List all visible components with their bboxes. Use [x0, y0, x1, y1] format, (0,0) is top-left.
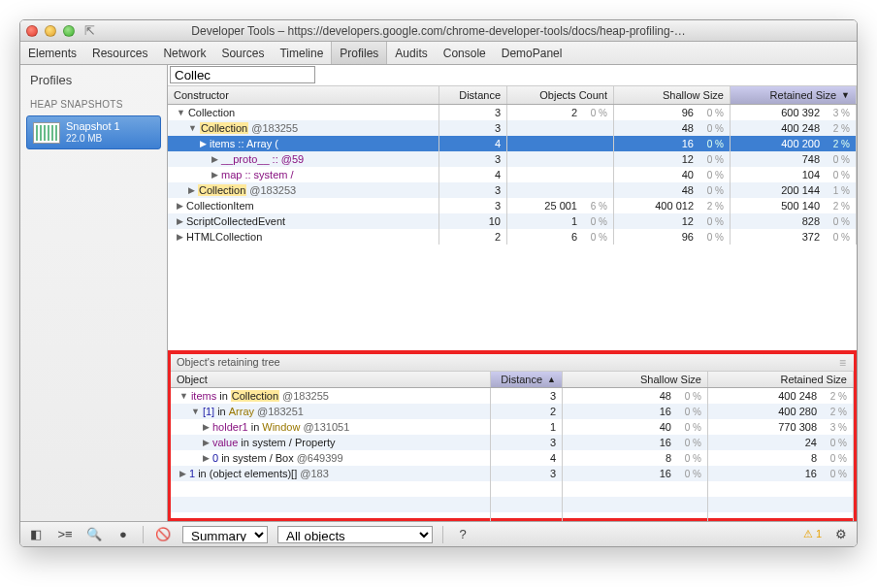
- table-row[interactable]: ▶ HTMLCollection260 %960 %3720 %: [168, 229, 857, 245]
- retaining-title: Object's retaining tree≡: [171, 354, 854, 372]
- grid-body[interactable]: ▼ Collection320 %960 %600 3923 %▼ Collec…: [168, 105, 857, 350]
- col-distance[interactable]: Distance: [439, 86, 507, 104]
- close-icon[interactable]: [26, 25, 38, 37]
- constructors-grid: Constructor Distance Objects Count Shall…: [168, 86, 857, 350]
- devtools-window: Developer Tools – https://developers.goo…: [19, 19, 858, 547]
- table-row[interactable]: ▶ ScriptCollectedEvent1010 %120 %8280 %: [168, 213, 857, 229]
- col-constructor[interactable]: Constructor: [168, 86, 439, 104]
- table-row[interactable]: ▶ value in system / Property3160 %240 %: [171, 435, 854, 450]
- tab-network[interactable]: Network: [155, 42, 213, 64]
- tab-timeline[interactable]: Timeline: [272, 42, 331, 64]
- record-icon[interactable]: ●: [114, 526, 133, 543]
- sidebar-title: Profiles: [20, 65, 167, 95]
- col-shallow[interactable]: Shallow Size: [614, 86, 731, 104]
- main: Constructor Distance Objects Count Shall…: [168, 65, 857, 521]
- tab-elements[interactable]: Elements: [20, 42, 84, 64]
- filter-select[interactable]: All objects: [277, 526, 433, 543]
- tab-demopanel[interactable]: DemoPanel: [494, 42, 570, 64]
- sort-desc-icon: ▼: [841, 90, 850, 100]
- col-retained[interactable]: Retained Size: [708, 372, 854, 387]
- retain-body[interactable]: ▼ items in Collection @1832553480 %400 2…: [171, 388, 854, 521]
- warning-badge[interactable]: ⚠ 1: [803, 528, 822, 540]
- fullscreen-icon[interactable]: ⇱: [81, 23, 99, 38]
- tab-sources[interactable]: Sources: [213, 42, 272, 64]
- table-row[interactable]: ▶ 0 in system / Box @649399480 %80 %: [171, 450, 854, 466]
- table-row[interactable]: ▼ items in Collection @1832553480 %400 2…: [171, 388, 854, 404]
- snapshot-icon: [33, 122, 60, 144]
- traffic-lights: [26, 25, 75, 37]
- snapshot-name: Snapshot 1: [66, 120, 120, 133]
- table-row[interactable]: ▼ Collection @1832553480 %400 2482 %: [168, 120, 857, 136]
- snapshot-size: 22.0 MB: [66, 133, 120, 145]
- col-retained[interactable]: Retained Size▼: [731, 86, 857, 104]
- clear-icon[interactable]: 🚫: [153, 526, 173, 543]
- table-row[interactable]: ▶ holder1 in Window @1310511400 %770 308…: [171, 419, 854, 435]
- retaining-tree-pane: Object's retaining tree≡ Object Distance…: [168, 350, 857, 521]
- search-icon[interactable]: 🔍: [84, 526, 104, 543]
- retain-header: Object Distance▲ Shallow Size Retained S…: [171, 372, 854, 388]
- sidebar-section: HEAP SNAPSHOTS: [20, 95, 167, 114]
- tabbar: ElementsResourcesNetworkSourcesTimelineP…: [20, 42, 857, 65]
- table-row[interactable]: ▶ map :: system /4400 %1040 %: [168, 167, 857, 182]
- console-icon[interactable]: >≡: [55, 526, 75, 543]
- dock-icon[interactable]: ◧: [26, 526, 46, 543]
- minimize-icon[interactable]: [45, 25, 56, 37]
- col-distance[interactable]: Distance▲: [491, 372, 563, 387]
- filter-row: [168, 65, 857, 86]
- snapshot-item[interactable]: Snapshot 1 22.0 MB: [26, 115, 161, 149]
- footer: ◧ >≡ 🔍 ● 🚫 Summary All objects ? ⚠ 1 ⚙: [20, 521, 857, 546]
- grid-header: Constructor Distance Objects Count Shall…: [168, 86, 857, 105]
- col-shallow[interactable]: Shallow Size: [563, 372, 708, 387]
- table-row[interactable]: ▶ 1 in (object elements)[] @1833160 %160…: [171, 466, 854, 481]
- window-title: Developer Tools – https://developers.goo…: [20, 24, 857, 38]
- tab-audits[interactable]: Audits: [387, 42, 435, 64]
- help-icon[interactable]: ?: [453, 526, 472, 543]
- view-select[interactable]: Summary: [182, 526, 268, 543]
- settings-icon[interactable]: ⚙: [831, 526, 851, 543]
- tab-profiles[interactable]: Profiles: [331, 42, 387, 64]
- sidebar: Profiles HEAP SNAPSHOTS Snapshot 1 22.0 …: [20, 65, 168, 521]
- col-count[interactable]: Objects Count: [507, 86, 614, 104]
- col-object[interactable]: Object: [171, 372, 491, 387]
- table-row[interactable]: ▶ CollectionItem325 0016 %400 0122 %500 …: [168, 198, 857, 213]
- table-row[interactable]: ▶ Collection @1832533480 %200 1441 %: [168, 182, 857, 198]
- zoom-icon[interactable]: [63, 25, 75, 37]
- class-filter-input[interactable]: [170, 66, 315, 83]
- tab-resources[interactable]: Resources: [84, 42, 155, 64]
- table-row[interactable]: ▼ Collection320 %960 %600 3923 %: [168, 105, 857, 120]
- titlebar[interactable]: Developer Tools – https://developers.goo…: [20, 20, 857, 42]
- pane-menu-icon[interactable]: ≡: [839, 356, 848, 369]
- table-row[interactable]: ▶ __proto__ :: @593120 %7480 %: [168, 151, 857, 167]
- sort-asc-icon: ▲: [547, 375, 556, 384]
- tab-console[interactable]: Console: [436, 42, 494, 64]
- table-row[interactable]: ▶ items :: Array (4160 %400 2002 %: [168, 136, 857, 151]
- content: Profiles HEAP SNAPSHOTS Snapshot 1 22.0 …: [20, 65, 857, 521]
- table-row[interactable]: ▼ [1] in Array @1832512160 %400 2802 %: [171, 404, 854, 419]
